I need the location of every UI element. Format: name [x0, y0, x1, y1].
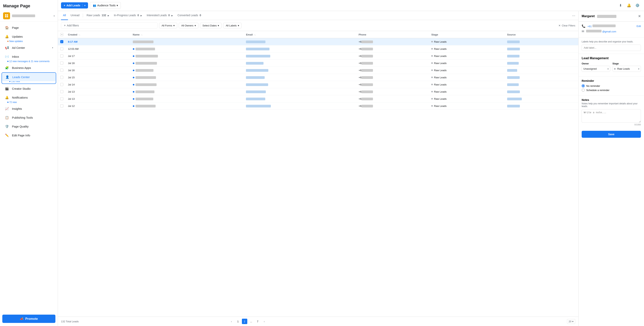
no-reminder-radio[interactable]	[582, 84, 585, 87]
select-all-checkbox[interactable]: −	[60, 33, 63, 36]
tab-raw-leads[interactable]: Raw Leads 132 ▶	[84, 11, 111, 20]
detail-close-button[interactable]: ✕	[638, 14, 641, 18]
select-dates-filter[interactable]: Select Dates ▾	[200, 23, 222, 28]
sidebar-item-page[interactable]: 🏠 Page	[2, 23, 56, 32]
row-checkbox[interactable]	[60, 97, 63, 100]
stage-label: Raw Leads	[434, 76, 446, 79]
save-button[interactable]: Save	[582, 131, 641, 138]
row-phone: +6	[356, 74, 429, 81]
add-leads-button[interactable]: + Add Leads ▾	[61, 2, 88, 8]
row-checkbox[interactable]	[60, 47, 63, 50]
edit-phone-link[interactable]: Edit	[637, 25, 641, 27]
sidebar-item-creator-studio[interactable]: 🎬 Creator Studio	[2, 84, 56, 93]
row-checkbox[interactable]	[60, 61, 63, 65]
row-checkbox-cell[interactable]: ✓	[58, 38, 66, 45]
inbox-icon: ✉️	[5, 54, 9, 59]
all-labels-filter[interactable]: All Labels ▾	[223, 23, 242, 28]
leads-table-container: − Created ↑↓ Name ↑↓ Email	[58, 31, 578, 317]
row-checkbox-cell[interactable]	[58, 95, 66, 102]
next-page-button[interactable]: ›	[262, 319, 267, 324]
owner-select[interactable]: Unassigned	[582, 66, 610, 72]
interested-arrow[interactable]: ▶	[172, 14, 173, 16]
row-checkbox[interactable]	[60, 69, 63, 72]
table-row[interactable]: Jul 16 +6 Raw Leads	[58, 67, 578, 74]
table-row[interactable]: Jul 12 +6 Raw Leads	[58, 102, 578, 110]
row-checkbox-cell[interactable]	[58, 81, 66, 88]
row-checkbox[interactable]	[60, 104, 63, 107]
settings-button[interactable]: ⚙️	[634, 2, 641, 9]
sidebar-item-publishing-tools[interactable]: 📋 Publishing Tools	[2, 113, 56, 122]
per-page-selector[interactable]: 20 ▾	[567, 319, 575, 324]
select-all-header[interactable]: −	[58, 31, 66, 38]
row-stage: Raw Leads	[429, 74, 505, 81]
tabs-more-button[interactable]: ···	[572, 13, 575, 18]
all-forms-filter[interactable]: All Forms ▾	[159, 23, 177, 28]
row-checkbox-cell[interactable]	[58, 52, 66, 60]
table-row[interactable]: Jul 13 +6 Raw Leads	[58, 95, 578, 102]
table-row[interactable]: Jul 14 +6 Raw Leads	[58, 81, 578, 88]
row-checkbox-cell[interactable]	[58, 74, 66, 81]
sidebar-item-notifications[interactable]: 🔔 Notifications	[2, 93, 56, 102]
page-7-button[interactable]: 7	[255, 319, 260, 324]
notifications-bell-button[interactable]: 🔔	[626, 2, 632, 9]
sidebar-item-page-quality[interactable]: 🛡️ Page Quality	[2, 122, 56, 131]
label-input[interactable]	[582, 44, 641, 51]
row-checkbox-cell[interactable]	[58, 102, 66, 110]
sidebar-item-leads-center[interactable]: 👤 Leads Center	[2, 73, 56, 81]
row-checkbox[interactable]	[60, 54, 63, 57]
sidebar-item-insights[interactable]: 📈 Insights	[2, 104, 56, 113]
row-created: Jul 16	[66, 67, 130, 74]
row-checkbox[interactable]	[60, 76, 63, 79]
download-button[interactable]: ⬇	[617, 2, 624, 9]
notes-textarea[interactable]	[582, 109, 641, 123]
col-email[interactable]: Email ↑↓	[244, 31, 356, 38]
schedule-reminder-radio[interactable]	[582, 88, 585, 92]
page-2-button[interactable]: 2	[242, 319, 247, 324]
row-checkbox-cell[interactable]	[58, 88, 66, 95]
table-row[interactable]: Jul 17 +6 Raw Leads	[58, 52, 578, 60]
sidebar-item-inbox[interactable]: ✉️ Inbox	[2, 52, 56, 61]
no-reminder-radio-row[interactable]: No reminder	[582, 84, 641, 87]
all-owners-filter[interactable]: All Owners ▾	[179, 23, 198, 28]
sidebar-item-notifications-group: 🔔 Notifications 72 new	[0, 93, 58, 104]
table-row[interactable]: Jul 15 +6 Raw Leads	[58, 74, 578, 81]
row-checkbox-cell[interactable]	[58, 60, 66, 67]
row-checkbox[interactable]: ✓	[60, 40, 63, 43]
clear-filters-button[interactable]: ✕ Clear Filters	[558, 24, 575, 27]
page-dropdown-arrow[interactable]: ▾	[54, 15, 55, 17]
row-stage: Raw Leads	[429, 38, 505, 45]
tab-all[interactable]: All	[61, 11, 68, 20]
table-row[interactable]: Jul 13 +6 Raw Leads	[58, 88, 578, 95]
row-checkbox-cell[interactable]	[58, 45, 66, 52]
row-phone: +6	[356, 95, 429, 102]
in-progress-arrow[interactable]: ▶	[140, 14, 142, 16]
creator-studio-icon: 🎬	[5, 86, 9, 91]
page-1-button[interactable]: 1	[235, 319, 241, 324]
table-row[interactable]: 12:03 AM +6 Raw Leads	[58, 45, 578, 52]
col-name[interactable]: Name ↑↓	[130, 31, 244, 38]
tab-in-progress[interactable]: In-Progress Leads 0 ▶	[112, 11, 144, 20]
prev-page-button[interactable]: ‹	[229, 319, 234, 324]
table-row[interactable]: ✓8:17 AM +6 Raw Leads	[58, 38, 578, 45]
sidebar-item-edit-page-info[interactable]: ✏️ Edit Page Info	[2, 131, 56, 139]
sidebar-item-ad-center[interactable]: 📢 Ad Center ▾	[2, 43, 56, 52]
sidebar-item-updates[interactable]: 🔔 Updates	[2, 32, 56, 41]
stage-select[interactable]: Raw Leads	[612, 66, 641, 72]
page-identity[interactable]: ▾	[0, 10, 58, 21]
sidebar-item-business-apps[interactable]: 🧩 Business Apps	[2, 63, 56, 72]
row-checkbox[interactable]	[60, 90, 63, 93]
schedule-reminder-radio-row[interactable]: Schedule a reminder	[582, 88, 641, 92]
tab-converted[interactable]: Converted Leads 0	[176, 11, 203, 20]
tab-unread[interactable]: Unread	[69, 11, 82, 20]
row-checkbox[interactable]	[60, 83, 63, 86]
row-checkbox-cell[interactable]	[58, 67, 66, 74]
audience-tools-button[interactable]: 👥 Audience Tools ▾	[90, 2, 121, 9]
promote-button[interactable]: 📣 Promote	[2, 315, 56, 323]
name-blur	[136, 48, 155, 50]
raw-leads-arrow[interactable]: ▶	[108, 14, 109, 16]
tab-interested[interactable]: Interested Leads 0 ▶	[145, 11, 175, 20]
add-filters-button[interactable]: + Add filters	[61, 22, 158, 28]
col-created[interactable]: Created ↑↓	[66, 31, 130, 38]
row-created: Jul 12	[66, 102, 130, 110]
table-row[interactable]: Jul 16 +6 Raw Leads	[58, 60, 578, 67]
